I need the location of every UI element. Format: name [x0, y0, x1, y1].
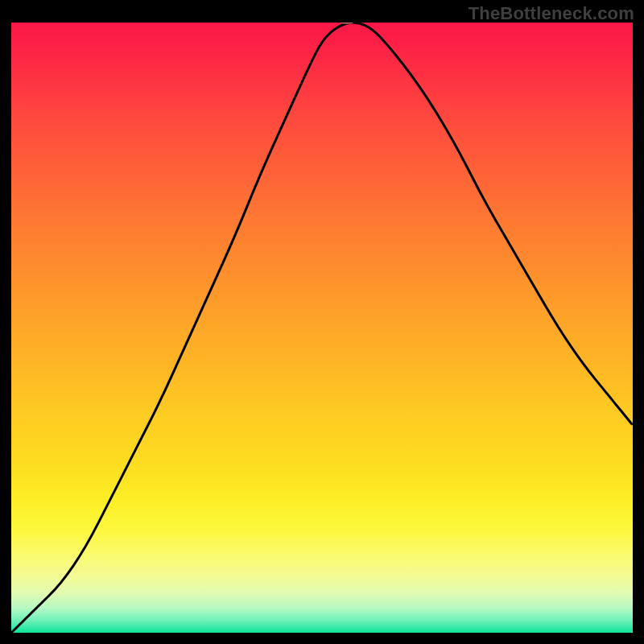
curve-path — [11, 23, 633, 633]
chart-frame: TheBottleneck.com — [0, 0, 644, 644]
bottleneck-curve — [11, 23, 633, 633]
watermark-text: TheBottleneck.com — [469, 3, 634, 24]
plot-area — [11, 23, 633, 633]
